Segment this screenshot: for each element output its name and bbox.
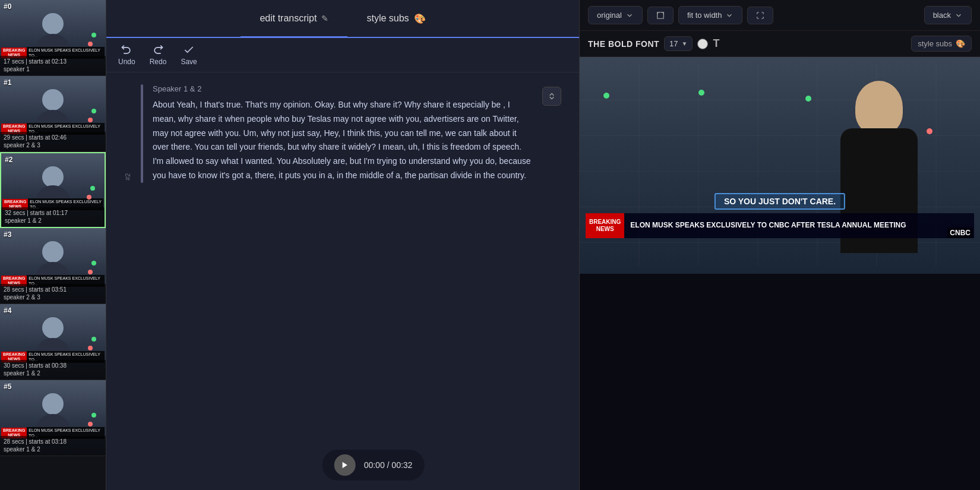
undo-button[interactable]: Undo bbox=[118, 44, 135, 66]
time-separator: / bbox=[387, 460, 392, 470]
save-button[interactable]: Save bbox=[181, 44, 197, 66]
chevrons-icon bbox=[547, 91, 557, 101]
current-time: 00:00 bbox=[364, 460, 385, 470]
font-size-chevron[interactable]: ▼ bbox=[682, 40, 688, 47]
save-icon bbox=[183, 44, 195, 56]
video-background bbox=[580, 57, 980, 274]
clip-red-dot bbox=[88, 270, 93, 274]
transcript-segment-label: #2 bbox=[124, 84, 131, 183]
clip-number-1: #1 bbox=[4, 78, 11, 87]
fit-icon-btn[interactable] bbox=[747, 7, 773, 24]
transcript-bar bbox=[141, 84, 143, 183]
clip-thumbnail-1: BREAKINGNEWSELON MUSK SPEAKS EXCLUSIVELY… bbox=[0, 76, 106, 151]
clip-info-0: 17 secs | starts at 02:13speaker 1 bbox=[0, 56, 106, 75]
clip-item-3[interactable]: BREAKINGNEWSELON MUSK SPEAKS EXCLUSIVELY… bbox=[0, 228, 106, 304]
clip-speaker-2: speaker 1 & 2 bbox=[5, 217, 101, 225]
clip-red-dot bbox=[88, 346, 93, 350]
redo-button[interactable]: Redo bbox=[150, 44, 167, 66]
video-preview: SO YOU JUST DON'T CARE. BREAKING NEWS EL… bbox=[580, 57, 980, 274]
time-display: 00:00 / 00:32 bbox=[364, 460, 413, 470]
clip-green-dot bbox=[91, 109, 96, 113]
clip-info-2: 32 secs | starts at 01:17speaker 1 & 2 bbox=[1, 207, 105, 227]
palette-icon-2: 🎨 bbox=[956, 39, 965, 48]
redo-label: Redo bbox=[150, 58, 167, 66]
clip-green-dot bbox=[91, 261, 96, 265]
style-subs-button[interactable]: style subs 🎨 bbox=[911, 36, 972, 52]
clip-duration-1: 29 secs | starts at 02:46 bbox=[4, 134, 102, 141]
clip-green-dot bbox=[91, 337, 96, 342]
scroll-up-button[interactable] bbox=[542, 87, 561, 106]
player-bar: 00:00 / 00:32 bbox=[323, 450, 425, 480]
color-swatch[interactable] bbox=[697, 39, 708, 49]
undo-label: Undo bbox=[118, 58, 135, 66]
tab-edit-label: edit transcript bbox=[260, 13, 317, 24]
chevron-down-icon bbox=[625, 11, 634, 20]
news-bar: BREAKING NEWS ELON MUSK SPEAKS EXCLUSIVE… bbox=[586, 213, 974, 238]
green-dot-3 bbox=[805, 96, 811, 102]
clip-green-dot bbox=[91, 413, 96, 418]
clip-thumbnail-4: BREAKINGNEWSELON MUSK SPEAKS EXCLUSIVELY… bbox=[0, 304, 106, 380]
svg-marker-0 bbox=[343, 462, 347, 469]
person-head bbox=[42, 13, 64, 34]
expand-icon-btn[interactable] bbox=[647, 7, 674, 24]
clip-red-dot bbox=[87, 195, 91, 200]
clip-duration-2: 32 secs | starts at 01:17 bbox=[5, 209, 101, 217]
font-size-control[interactable]: 17 ▼ bbox=[664, 36, 693, 51]
clip-item-5[interactable]: BREAKINGNEWSELON MUSK SPEAKS EXCLUSIVELY… bbox=[0, 380, 106, 456]
right-bottom-area bbox=[580, 274, 980, 491]
play-button[interactable] bbox=[334, 454, 356, 476]
black-dropdown[interactable]: black bbox=[924, 6, 972, 24]
clip-info-1: 29 secs | starts at 02:46speaker 2 & 3 bbox=[0, 132, 106, 151]
speaker-label: Speaker 1 & 2 bbox=[153, 84, 533, 93]
clip-thumbnail-0: BREAKINGNEWSELON MUSK SPEAKS EXCLUSIVELY… bbox=[0, 0, 106, 75]
clip-info-3: 28 secs | starts at 03:51speaker 2 & 3 bbox=[0, 284, 106, 304]
original-dropdown[interactable]: original bbox=[588, 6, 643, 24]
expand-icon bbox=[656, 11, 665, 20]
subtitle-text: SO YOU JUST DON'T CARE. bbox=[724, 197, 836, 206]
save-label: Save bbox=[181, 58, 197, 66]
clip-item-1[interactable]: BREAKINGNEWSELON MUSK SPEAKS EXCLUSIVELY… bbox=[0, 76, 106, 152]
clip-green-dot bbox=[90, 186, 95, 191]
clip-red-dot bbox=[88, 118, 93, 122]
redo-icon bbox=[152, 44, 164, 56]
clip-duration-4: 30 secs | starts at 00:38 bbox=[4, 362, 102, 369]
clip-number-4: #4 bbox=[4, 306, 11, 315]
clip-sidebar: BREAKINGNEWSELON MUSK SPEAKS EXCLUSIVELY… bbox=[0, 0, 106, 490]
tab-edit-transcript[interactable]: edit transcript ✎ bbox=[241, 1, 347, 37]
chevron-down-icon-3 bbox=[954, 11, 963, 20]
palette-icon: 🎨 bbox=[414, 13, 426, 24]
green-dot-1 bbox=[603, 93, 609, 99]
clip-number-2: #2 bbox=[5, 156, 12, 164]
tab-style-subs[interactable]: style subs 🎨 bbox=[347, 0, 444, 37]
undo-icon bbox=[121, 44, 132, 56]
subtitle-overlay: SO YOU JUST DON'T CARE. bbox=[715, 193, 845, 210]
clip-item-4[interactable]: BREAKINGNEWSELON MUSK SPEAKS EXCLUSIVELY… bbox=[0, 304, 106, 380]
clip-green-dot bbox=[91, 33, 96, 37]
clip-item-2[interactable]: BREAKINGNEWSELON MUSK SPEAKS EXCLUSIVELY… bbox=[0, 152, 106, 228]
font-size-value: 17 bbox=[669, 39, 678, 48]
preview-toolbar: original fit to width black bbox=[580, 0, 980, 31]
transcript-content: Speaker 1 & 2 About Yeah, I that's true.… bbox=[153, 84, 533, 183]
fit-to-width-dropdown[interactable]: fit to width bbox=[678, 6, 743, 24]
preview-panel: original fit to width black THE BOLD FON… bbox=[580, 0, 980, 490]
original-label: original bbox=[597, 11, 622, 20]
clip-item-0[interactable]: BREAKINGNEWSELON MUSK SPEAKS EXCLUSIVELY… bbox=[0, 0, 106, 76]
clip-info-4: 30 secs | starts at 00:38speaker 1 & 2 bbox=[0, 360, 106, 380]
clip-number-3: #3 bbox=[4, 230, 11, 239]
cnbc-logo: CNBC bbox=[947, 227, 973, 238]
style-subs-label: style subs bbox=[918, 39, 952, 48]
green-dot-2 bbox=[698, 90, 704, 96]
font-toolbar: THE BOLD FONT 17 ▼ T style subs 🎨 bbox=[580, 31, 980, 57]
clip-thumbnail-2: BREAKINGNEWSELON MUSK SPEAKS EXCLUSIVELY… bbox=[1, 153, 105, 227]
news-text: ELON MUSK SPEAKS EXCLUSIVELY TO CNBC AFT… bbox=[624, 213, 974, 238]
svg-rect-1 bbox=[657, 12, 664, 18]
breaking-line1: BREAKING bbox=[589, 219, 621, 226]
transcript-scroll-area[interactable]: #2 Speaker 1 & 2 About Yeah, I that's tr… bbox=[106, 72, 579, 490]
transcript-text[interactable]: About Yeah, I that's true. That's my opi… bbox=[153, 98, 533, 183]
play-icon bbox=[341, 461, 349, 469]
person-head bbox=[42, 393, 64, 415]
transcript-panel: edit transcript ✎ style subs 🎨 Undo Redo bbox=[106, 0, 580, 490]
clip-speaker-3: speaker 2 & 3 bbox=[4, 293, 102, 301]
text-size-icon[interactable]: T bbox=[713, 37, 719, 50]
person-head bbox=[42, 166, 64, 188]
